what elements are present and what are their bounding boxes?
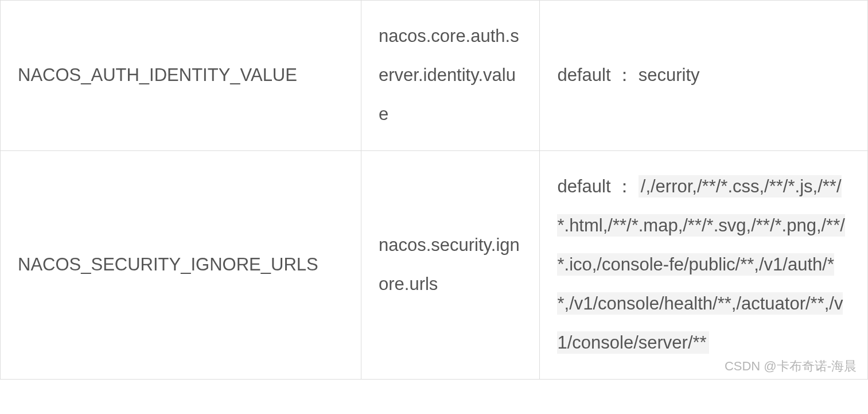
description-cell: default ： /,/error,/**/*.css,/**/*.js,/*… xyxy=(540,150,868,379)
description-cell: default ： security xyxy=(540,1,868,151)
table-row: NACOS_AUTH_IDENTITY_VALUE nacos.core.aut… xyxy=(1,1,868,151)
config-table: NACOS_AUTH_IDENTITY_VALUE nacos.core.aut… xyxy=(0,0,868,380)
env-name-cell: NACOS_SECURITY_IGNORE_URLS xyxy=(1,150,361,379)
property-cell: nacos.core.auth.server.identity.value xyxy=(361,1,539,151)
desc-code: /,/error,/**/*.css,/**/*.js,/**/*.html,/… xyxy=(557,175,844,354)
desc-plain: security xyxy=(639,65,700,85)
env-name-cell: NACOS_AUTH_IDENTITY_VALUE xyxy=(1,1,361,151)
property-cell: nacos.security.ignore.urls xyxy=(361,150,539,379)
table-row: NACOS_SECURITY_IGNORE_URLS nacos.securit… xyxy=(1,150,868,379)
desc-prefix: default ： xyxy=(557,176,633,196)
desc-prefix: default ： xyxy=(557,65,633,85)
